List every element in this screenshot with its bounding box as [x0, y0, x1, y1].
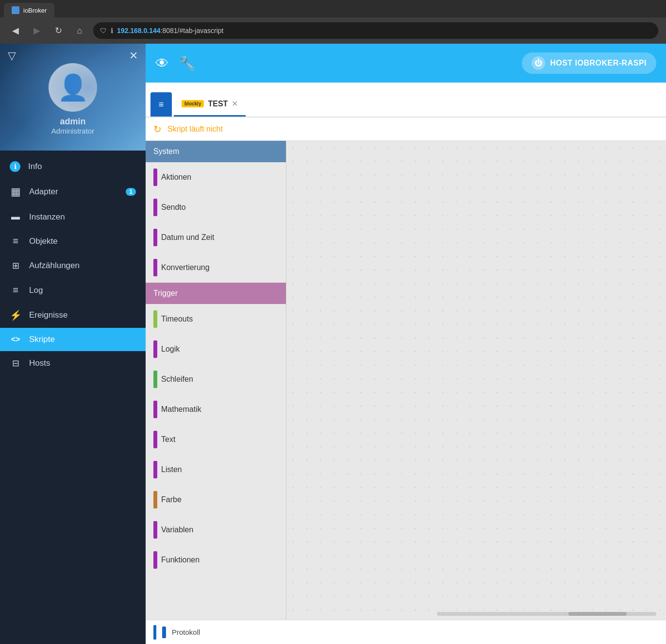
menu-item-text[interactable]: Text	[146, 424, 286, 455]
sidebar-item-info[interactable]: ℹ Info	[0, 154, 146, 179]
info-icon: ℹ	[10, 161, 20, 172]
tab-favicon	[12, 6, 19, 14]
horizontal-scrollbar[interactable]	[437, 612, 656, 616]
browser-tab[interactable]: ioBroker	[4, 3, 54, 17]
konvertierung-color	[153, 259, 157, 276]
avatar: 👤	[49, 63, 97, 112]
host-button-label: HOST IOBROKER-RASPI	[550, 59, 647, 68]
back-button[interactable]: ◀	[8, 23, 23, 38]
sidebar-item-skripte-label: Skripte	[29, 335, 55, 344]
menu-item-datum-zeit[interactable]: Datum und Zeit	[146, 222, 286, 253]
sidebar-item-log[interactable]: ≡ Log	[0, 278, 146, 303]
trigger-label: Trigger	[153, 289, 178, 298]
sidebar-item-ereignisse-label: Ereignisse	[29, 310, 67, 320]
variablen-color	[153, 521, 157, 539]
sidebar-item-instanzen-label: Instanzen	[29, 212, 65, 222]
script-tab-test[interactable]: blockly TEST ✕	[174, 92, 246, 117]
sidebar-item-skripte[interactable]: <> Skripte	[0, 328, 146, 351]
hosts-icon: ⊟	[10, 358, 21, 369]
aktionen-label: Aktionen	[161, 173, 191, 182]
text-color	[153, 431, 157, 448]
menu-tab-button[interactable]: ≡	[150, 92, 172, 117]
menu-item-trigger[interactable]: Trigger	[146, 283, 286, 304]
top-bar: 👁 🔧 ⏻ HOST IOBROKER-RASPI	[146, 44, 666, 83]
schleifen-label: Schleifen	[161, 375, 193, 384]
farbe-color	[153, 491, 157, 508]
browser-chrome: ioBroker ◀ ▶ ↻ ⌂ 🛡 ℹ 192.168.0.144:8081/…	[0, 0, 666, 44]
aktionen-color	[153, 169, 157, 186]
menu-item-logik[interactable]: Logik	[146, 334, 286, 364]
objekte-icon: ≡	[10, 236, 21, 247]
aufzaehlungen-icon: ⊞	[10, 260, 21, 271]
menu-item-listen[interactable]: Listen	[146, 455, 286, 485]
sidebar-item-hosts[interactable]: ⊟ Hosts	[0, 351, 146, 375]
sidebar-item-aufzaehlungen[interactable]: ⊞ Aufzählungen	[0, 254, 146, 278]
main-content: 👁 🔧 ⏻ HOST IOBROKER-RASPI ≡ blockly TEST…	[146, 44, 666, 644]
status-text: Skript läuft nicht	[167, 125, 223, 134]
wrench-icon[interactable]: 🔧	[179, 55, 196, 71]
listen-color	[153, 461, 157, 478]
home-button[interactable]: ⌂	[72, 23, 87, 38]
blockly-canvas[interactable]	[286, 141, 666, 620]
blockly-badge: blockly	[182, 100, 204, 107]
menu-item-schleifen[interactable]: Schleifen	[146, 364, 286, 394]
address-bar[interactable]: 🛡 ℹ 192.168.0.144:8081/#tab-javascript	[93, 22, 658, 39]
sidebar-item-log-label: Log	[29, 286, 43, 295]
shield-icon: 🛡	[100, 27, 107, 34]
sidebar-nav: ℹ Info ▦ Adapter 1 ▬ Instanzen ≡ Objekte…	[0, 151, 146, 644]
timeouts-color	[153, 310, 157, 328]
reload-button[interactable]: ↻	[50, 23, 66, 38]
menu-item-konvertierung[interactable]: Konvertierung	[146, 253, 286, 283]
tab-bar: ioBroker	[0, 0, 666, 17]
scrollbar-thumb[interactable]	[568, 612, 627, 616]
menu-item-variablen[interactable]: Variablen	[146, 515, 286, 545]
bottom-dot	[162, 627, 166, 638]
app-container: ▽ ✕ 👤 admin Administrator ℹ Info ▦ Adapt…	[0, 44, 666, 644]
user-role: Administrator	[51, 127, 94, 135]
protokoll-label: Protokoll	[172, 628, 200, 636]
mathematik-label: Mathematik	[161, 405, 201, 414]
tab-label: ioBroker	[23, 7, 47, 14]
forward-button[interactable]: ▶	[29, 23, 45, 38]
menu-item-timeouts[interactable]: Timeouts	[146, 304, 286, 334]
listen-label: Listen	[161, 465, 182, 474]
bottom-bar: Protokoll	[146, 620, 666, 644]
sidebar-background: ▽ ✕ 👤 admin Administrator	[0, 44, 146, 151]
menu-item-sendto[interactable]: Sendto	[146, 192, 286, 222]
address-text: 192.168.0.144:8081/#tab-javascript	[117, 27, 224, 34]
sidebar-item-ereignisse[interactable]: ⚡ Ereignisse	[0, 303, 146, 328]
refresh-icon[interactable]: ↻	[153, 123, 162, 135]
sidebar: ▽ ✕ 👤 admin Administrator ℹ Info ▦ Adapt…	[0, 44, 146, 644]
host-power-icon: ⏻	[532, 56, 545, 70]
sendto-color	[153, 199, 157, 216]
sidebar-item-hosts-label: Hosts	[29, 358, 50, 368]
menu-item-funktionen[interactable]: Funktionen	[146, 545, 286, 575]
sidebar-item-aufzaehlungen-label: Aufzählungen	[29, 261, 80, 271]
menu-item-aktionen[interactable]: Aktionen	[146, 162, 286, 192]
script-tab-name: TEST	[208, 100, 228, 108]
skripte-icon: <>	[10, 335, 21, 344]
farbe-label: Farbe	[161, 495, 182, 504]
sidebar-item-instanzen[interactable]: ▬ Instanzen	[0, 205, 146, 229]
sidebar-menu-icon[interactable]: ▽	[8, 50, 16, 62]
eye-icon[interactable]: 👁	[155, 55, 169, 71]
instanzen-icon: ▬	[10, 212, 21, 222]
adapter-badge: 1	[126, 188, 136, 196]
sidebar-top-icons: ▽ ✕	[0, 50, 146, 62]
konvertierung-label: Konvertierung	[161, 263, 210, 272]
blockly-area: System Aktionen Sendto Datum und Zeit	[146, 141, 666, 620]
tab-close-icon[interactable]: ✕	[232, 99, 238, 108]
info-circle-icon: ℹ	[111, 27, 113, 34]
menu-item-farbe[interactable]: Farbe	[146, 485, 286, 515]
status-bar: ↻ Skript läuft nicht	[146, 118, 666, 141]
sidebar-item-objekte[interactable]: ≡ Objekte	[0, 229, 146, 254]
sidebar-item-adapter[interactable]: ▦ Adapter 1	[0, 179, 146, 205]
menu-item-mathematik[interactable]: Mathematik	[146, 394, 286, 424]
sidebar-item-info-label: Info	[28, 162, 42, 171]
adapter-icon: ▦	[10, 186, 21, 198]
sidebar-close-icon[interactable]: ✕	[129, 50, 138, 62]
ereignisse-icon: ⚡	[10, 309, 21, 321]
sidebar-item-adapter-label: Adapter	[29, 187, 58, 197]
host-button[interactable]: ⏻ HOST IOBROKER-RASPI	[522, 52, 656, 74]
menu-item-system[interactable]: System	[146, 141, 286, 162]
